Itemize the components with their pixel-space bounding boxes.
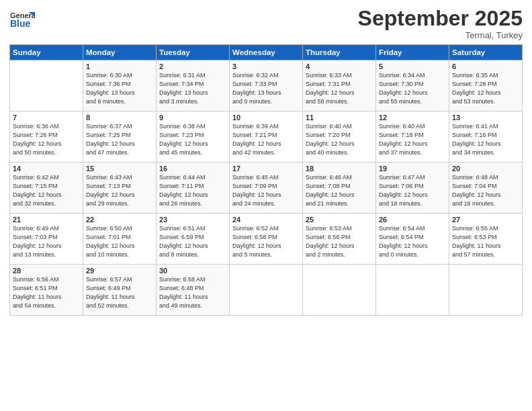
calendar-cell: 12Sunrise: 6:40 AM Sunset: 7:18 PM Dayli…: [376, 111, 449, 163]
calendar-cell: 14Sunrise: 6:42 AM Sunset: 7:15 PM Dayli…: [10, 163, 83, 214]
day-number: 13: [452, 113, 519, 122]
day-number: 15: [86, 165, 153, 173]
day-info: Sunrise: 6:30 AM Sunset: 7:36 PM Dayligh…: [86, 71, 153, 106]
day-info: Sunrise: 6:44 AM Sunset: 7:11 PM Dayligh…: [159, 173, 226, 208]
day-info: Sunrise: 6:46 AM Sunset: 7:08 PM Dayligh…: [306, 173, 373, 208]
week-row-4: 28Sunrise: 6:56 AM Sunset: 6:51 PM Dayli…: [10, 265, 523, 316]
weekday-header-sunday: Sunday: [10, 45, 83, 60]
calendar-cell: 29Sunrise: 6:57 AM Sunset: 6:49 PM Dayli…: [83, 265, 157, 316]
day-info: Sunrise: 6:51 AM Sunset: 6:59 PM Dayligh…: [159, 224, 226, 259]
week-row-2: 14Sunrise: 6:42 AM Sunset: 7:15 PM Dayli…: [10, 163, 523, 214]
day-number: 20: [452, 165, 519, 173]
day-info: Sunrise: 6:55 AM Sunset: 6:53 PM Dayligh…: [452, 224, 519, 259]
day-info: Sunrise: 6:41 AM Sunset: 7:16 PM Dayligh…: [452, 122, 519, 157]
svg-text:Blue: Blue: [10, 18, 31, 29]
calendar-cell: 11Sunrise: 6:40 AM Sunset: 7:20 PM Dayli…: [303, 111, 376, 163]
calendar-cell: 15Sunrise: 6:43 AM Sunset: 7:13 PM Dayli…: [83, 163, 157, 214]
day-number: 22: [86, 216, 153, 224]
day-info: Sunrise: 6:31 AM Sunset: 7:34 PM Dayligh…: [159, 71, 226, 106]
calendar-cell: 5Sunrise: 6:34 AM Sunset: 7:30 PM Daylig…: [376, 60, 449, 111]
day-info: Sunrise: 6:36 AM Sunset: 7:26 PM Dayligh…: [13, 122, 80, 157]
day-number: 8: [86, 113, 153, 122]
calendar-cell: 27Sunrise: 6:55 AM Sunset: 6:53 PM Dayli…: [449, 214, 523, 265]
day-info: Sunrise: 6:40 AM Sunset: 7:18 PM Dayligh…: [379, 122, 446, 157]
calendar-cell: 20Sunrise: 6:48 AM Sunset: 7:04 PM Dayli…: [449, 163, 523, 214]
weekday-header-saturday: Saturday: [449, 45, 523, 60]
weekday-header-tuesday: Tuesday: [157, 45, 230, 60]
calendar-cell: 21Sunrise: 6:49 AM Sunset: 7:03 PM Dayli…: [10, 214, 83, 265]
calendar-cell: 10Sunrise: 6:39 AM Sunset: 7:21 PM Dayli…: [230, 111, 303, 163]
calendar-cell: 23Sunrise: 6:51 AM Sunset: 6:59 PM Dayli…: [157, 214, 230, 265]
day-info: Sunrise: 6:56 AM Sunset: 6:51 PM Dayligh…: [13, 275, 80, 310]
day-number: 17: [232, 165, 300, 173]
day-number: 5: [379, 62, 446, 71]
day-number: 16: [159, 165, 226, 173]
day-info: Sunrise: 6:53 AM Sunset: 6:56 PM Dayligh…: [306, 224, 373, 259]
day-info: Sunrise: 6:49 AM Sunset: 7:03 PM Dayligh…: [13, 224, 80, 259]
calendar-cell: 13Sunrise: 6:41 AM Sunset: 7:16 PM Dayli…: [449, 111, 523, 163]
day-number: 14: [13, 165, 80, 173]
day-number: 10: [232, 113, 300, 122]
day-number: 7: [13, 113, 80, 122]
day-number: 19: [379, 165, 446, 173]
calendar-cell: 28Sunrise: 6:56 AM Sunset: 6:51 PM Dayli…: [10, 265, 83, 316]
day-info: Sunrise: 6:48 AM Sunset: 7:04 PM Dayligh…: [452, 173, 519, 208]
day-number: 21: [13, 216, 80, 224]
calendar-cell: 19Sunrise: 6:47 AM Sunset: 7:06 PM Dayli…: [376, 163, 449, 214]
day-number: 25: [306, 216, 373, 224]
calendar-cell: [10, 60, 83, 111]
calendar-cell: 7Sunrise: 6:36 AM Sunset: 7:26 PM Daylig…: [10, 111, 83, 163]
calendar-cell: [376, 265, 449, 316]
weekday-header-row: SundayMondayTuesdayWednesdayThursdayFrid…: [10, 45, 523, 60]
weekday-header-monday: Monday: [83, 45, 157, 60]
day-info: Sunrise: 6:33 AM Sunset: 7:31 PM Dayligh…: [306, 71, 373, 106]
day-number: 6: [452, 62, 519, 71]
day-number: 24: [232, 216, 300, 224]
day-number: 18: [306, 165, 373, 173]
calendar-cell: 16Sunrise: 6:44 AM Sunset: 7:11 PM Dayli…: [157, 163, 230, 214]
day-info: Sunrise: 6:54 AM Sunset: 6:54 PM Dayligh…: [379, 224, 446, 259]
day-number: 3: [232, 62, 300, 71]
day-info: Sunrise: 6:57 AM Sunset: 6:49 PM Dayligh…: [86, 275, 153, 310]
calendar-cell: [449, 265, 523, 316]
logo-icon: General Blue: [9, 7, 35, 32]
day-info: Sunrise: 6:37 AM Sunset: 7:25 PM Dayligh…: [86, 122, 153, 157]
day-number: 28: [13, 267, 80, 275]
day-number: 30: [159, 267, 226, 275]
day-number: 27: [452, 216, 519, 224]
day-info: Sunrise: 6:50 AM Sunset: 7:01 PM Dayligh…: [86, 224, 153, 259]
day-info: Sunrise: 6:52 AM Sunset: 6:58 PM Dayligh…: [232, 224, 300, 259]
title-block: September 2025 Termal, Turkey: [358, 7, 523, 40]
calendar-cell: [303, 265, 376, 316]
calendar-cell: [230, 265, 303, 316]
calendar-cell: 4Sunrise: 6:33 AM Sunset: 7:31 PM Daylig…: [303, 60, 376, 111]
day-info: Sunrise: 6:58 AM Sunset: 6:48 PM Dayligh…: [159, 275, 226, 310]
day-number: 12: [379, 113, 446, 122]
calendar-cell: 30Sunrise: 6:58 AM Sunset: 6:48 PM Dayli…: [157, 265, 230, 316]
day-info: Sunrise: 6:35 AM Sunset: 7:28 PM Dayligh…: [452, 71, 519, 106]
day-number: 9: [159, 113, 226, 122]
month-title: September 2025: [358, 7, 523, 30]
day-info: Sunrise: 6:34 AM Sunset: 7:30 PM Dayligh…: [379, 71, 446, 106]
calendar-cell: 2Sunrise: 6:31 AM Sunset: 7:34 PM Daylig…: [157, 60, 230, 111]
calendar-cell: 8Sunrise: 6:37 AM Sunset: 7:25 PM Daylig…: [83, 111, 157, 163]
logo: General Blue: [9, 7, 35, 35]
day-info: Sunrise: 6:32 AM Sunset: 7:33 PM Dayligh…: [232, 71, 300, 106]
calendar-cell: 22Sunrise: 6:50 AM Sunset: 7:01 PM Dayli…: [83, 214, 157, 265]
day-number: 4: [306, 62, 373, 71]
day-number: 11: [306, 113, 373, 122]
weekday-header-friday: Friday: [376, 45, 449, 60]
calendar-cell: 26Sunrise: 6:54 AM Sunset: 6:54 PM Dayli…: [376, 214, 449, 265]
day-number: 26: [379, 216, 446, 224]
calendar-cell: 9Sunrise: 6:38 AM Sunset: 7:23 PM Daylig…: [157, 111, 230, 163]
calendar-table: SundayMondayTuesdayWednesdayThursdayFrid…: [9, 44, 523, 316]
week-row-1: 7Sunrise: 6:36 AM Sunset: 7:26 PM Daylig…: [10, 111, 523, 163]
calendar-cell: 17Sunrise: 6:45 AM Sunset: 7:09 PM Dayli…: [230, 163, 303, 214]
calendar-cell: 3Sunrise: 6:32 AM Sunset: 7:33 PM Daylig…: [230, 60, 303, 111]
calendar-body: 1Sunrise: 6:30 AM Sunset: 7:36 PM Daylig…: [10, 60, 523, 316]
calendar-cell: 18Sunrise: 6:46 AM Sunset: 7:08 PM Dayli…: [303, 163, 376, 214]
day-info: Sunrise: 6:38 AM Sunset: 7:23 PM Dayligh…: [159, 122, 226, 157]
day-number: 23: [159, 216, 226, 224]
day-info: Sunrise: 6:47 AM Sunset: 7:06 PM Dayligh…: [379, 173, 446, 208]
day-number: 2: [159, 62, 226, 71]
